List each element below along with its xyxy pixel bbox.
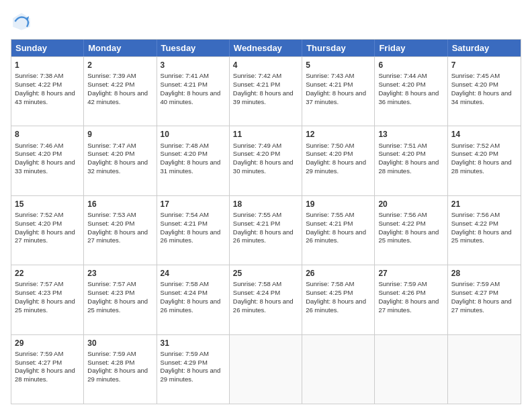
empty-cell: [375, 335, 447, 404]
daylight: Daylight: 8 hours and 40 minutes.: [161, 89, 221, 105]
daylight: Daylight: 8 hours and 28 minutes.: [451, 158, 512, 175]
day-cell-15: 15Sunrise: 7:52 AMSunset: 4:20 PMDayligh…: [11, 196, 84, 265]
sunset: Sunset: 4:20 PM: [87, 150, 134, 157]
day-number: 8: [15, 129, 80, 140]
sunset: Sunset: 4:29 PM: [161, 359, 208, 366]
day-cell-3: 3Sunrise: 7:41 AMSunset: 4:21 PMDaylight…: [157, 57, 230, 126]
daylight: Daylight: 8 hours and 27 minutes.: [378, 298, 439, 314]
daylight: Daylight: 8 hours and 29 minutes.: [161, 367, 221, 383]
sunset: Sunset: 4:27 PM: [15, 359, 62, 366]
sunrise: Sunrise: 7:55 AM: [233, 211, 281, 218]
day-cell-24: 24Sunrise: 7:58 AMSunset: 4:24 PMDayligh…: [157, 265, 230, 334]
header: [11, 11, 521, 32]
header-day-thursday: Thursday: [302, 40, 375, 56]
day-number: 22: [15, 268, 80, 279]
daylight: Daylight: 8 hours and 27 minutes.: [451, 298, 512, 314]
sunrise: Sunrise: 7:59 AM: [87, 350, 136, 357]
day-cell-23: 23Sunrise: 7:57 AMSunset: 4:23 PMDayligh…: [84, 265, 157, 334]
day-number: 11: [233, 129, 298, 140]
daylight: Daylight: 8 hours and 34 minutes.: [451, 89, 512, 105]
sunrise: Sunrise: 7:39 AM: [87, 72, 136, 79]
sunset: Sunset: 4:22 PM: [378, 220, 425, 227]
empty-cell: [448, 335, 521, 404]
week-row-5: 29Sunrise: 7:59 AMSunset: 4:27 PMDayligh…: [11, 334, 521, 404]
sunset: Sunset: 4:27 PM: [451, 289, 498, 296]
sunrise: Sunrise: 7:41 AM: [161, 72, 209, 79]
sunrise: Sunrise: 7:48 AM: [161, 142, 209, 149]
sunset: Sunset: 4:20 PM: [378, 81, 425, 88]
day-number: 31: [161, 338, 226, 349]
day-number: 18: [233, 199, 298, 210]
sunset: Sunset: 4:23 PM: [15, 289, 62, 296]
logo-icon: [11, 11, 32, 32]
week-row-4: 22Sunrise: 7:57 AMSunset: 4:23 PMDayligh…: [11, 265, 521, 334]
sunset: Sunset: 4:20 PM: [15, 220, 62, 227]
sunrise: Sunrise: 7:47 AM: [87, 142, 136, 149]
day-cell-8: 8Sunrise: 7:46 AMSunset: 4:20 PMDaylight…: [11, 126, 84, 195]
day-cell-31: 31Sunrise: 7:59 AMSunset: 4:29 PMDayligh…: [157, 335, 230, 404]
day-number: 24: [161, 268, 226, 279]
empty-cell: [302, 335, 375, 404]
day-number: 27: [378, 268, 443, 279]
sunrise: Sunrise: 7:57 AM: [87, 280, 136, 287]
sunrise: Sunrise: 7:59 AM: [451, 280, 500, 287]
day-number: 28: [451, 268, 517, 279]
day-number: 29: [15, 338, 80, 349]
day-number: 4: [233, 60, 298, 71]
header-day-tuesday: Tuesday: [157, 40, 230, 56]
sunset: Sunset: 4:24 PM: [233, 289, 280, 296]
sunset: Sunset: 4:28 PM: [87, 359, 134, 366]
sunrise: Sunrise: 7:59 AM: [161, 350, 209, 357]
sunset: Sunset: 4:21 PM: [233, 220, 280, 227]
day-number: 26: [306, 268, 371, 279]
day-cell-14: 14Sunrise: 7:52 AMSunset: 4:20 PMDayligh…: [448, 126, 521, 195]
daylight: Daylight: 8 hours and 26 minutes.: [233, 298, 294, 314]
sunrise: Sunrise: 7:43 AM: [306, 72, 354, 79]
day-number: 15: [15, 199, 80, 210]
page: SundayMondayTuesdayWednesdayThursdayFrid…: [0, 0, 532, 411]
daylight: Daylight: 8 hours and 26 minutes.: [306, 298, 366, 314]
header-day-friday: Friday: [375, 40, 447, 56]
day-cell-25: 25Sunrise: 7:58 AMSunset: 4:24 PMDayligh…: [230, 265, 302, 334]
sunset: Sunset: 4:20 PM: [87, 220, 134, 227]
sunset: Sunset: 4:21 PM: [161, 81, 208, 88]
sunset: Sunset: 4:21 PM: [161, 220, 208, 227]
sunrise: Sunrise: 7:57 AM: [15, 280, 63, 287]
day-cell-30: 30Sunrise: 7:59 AMSunset: 4:28 PMDayligh…: [84, 335, 157, 404]
day-number: 14: [451, 129, 517, 140]
day-number: 19: [306, 199, 371, 210]
sunset: Sunset: 4:20 PM: [451, 150, 498, 157]
sunset: Sunset: 4:22 PM: [15, 81, 62, 88]
daylight: Daylight: 8 hours and 27 minutes.: [87, 228, 148, 244]
daylight: Daylight: 8 hours and 28 minutes.: [378, 158, 439, 175]
sunrise: Sunrise: 7:50 AM: [306, 142, 354, 149]
daylight: Daylight: 8 hours and 29 minutes.: [87, 367, 148, 383]
daylight: Daylight: 8 hours and 25 minutes.: [15, 298, 75, 314]
day-cell-13: 13Sunrise: 7:51 AMSunset: 4:20 PMDayligh…: [375, 126, 447, 195]
calendar: SundayMondayTuesdayWednesdayThursdayFrid…: [11, 39, 521, 404]
day-cell-10: 10Sunrise: 7:48 AMSunset: 4:20 PMDayligh…: [157, 126, 230, 195]
header-day-wednesday: Wednesday: [230, 40, 302, 56]
day-number: 16: [87, 199, 152, 210]
day-number: 3: [161, 60, 226, 71]
sunrise: Sunrise: 7:49 AM: [233, 142, 281, 149]
day-number: 9: [87, 129, 152, 140]
day-number: 10: [161, 129, 226, 140]
sunset: Sunset: 4:21 PM: [233, 81, 280, 88]
header-day-saturday: Saturday: [448, 40, 521, 56]
daylight: Daylight: 8 hours and 26 minutes.: [161, 228, 221, 244]
sunset: Sunset: 4:22 PM: [87, 81, 134, 88]
day-cell-6: 6Sunrise: 7:44 AMSunset: 4:20 PMDaylight…: [375, 57, 447, 126]
sunset: Sunset: 4:20 PM: [233, 150, 280, 157]
sunrise: Sunrise: 7:54 AM: [161, 211, 209, 218]
daylight: Daylight: 8 hours and 31 minutes.: [161, 158, 221, 175]
sunrise: Sunrise: 7:56 AM: [451, 211, 500, 218]
day-cell-5: 5Sunrise: 7:43 AMSunset: 4:21 PMDaylight…: [302, 57, 375, 126]
day-cell-11: 11Sunrise: 7:49 AMSunset: 4:20 PMDayligh…: [230, 126, 302, 195]
sunrise: Sunrise: 7:46 AM: [15, 142, 63, 149]
daylight: Daylight: 8 hours and 26 minutes.: [306, 228, 366, 244]
header-day-monday: Monday: [84, 40, 157, 56]
day-cell-4: 4Sunrise: 7:42 AMSunset: 4:21 PMDaylight…: [230, 57, 302, 126]
day-number: 1: [15, 60, 80, 71]
sunset: Sunset: 4:21 PM: [306, 81, 353, 88]
